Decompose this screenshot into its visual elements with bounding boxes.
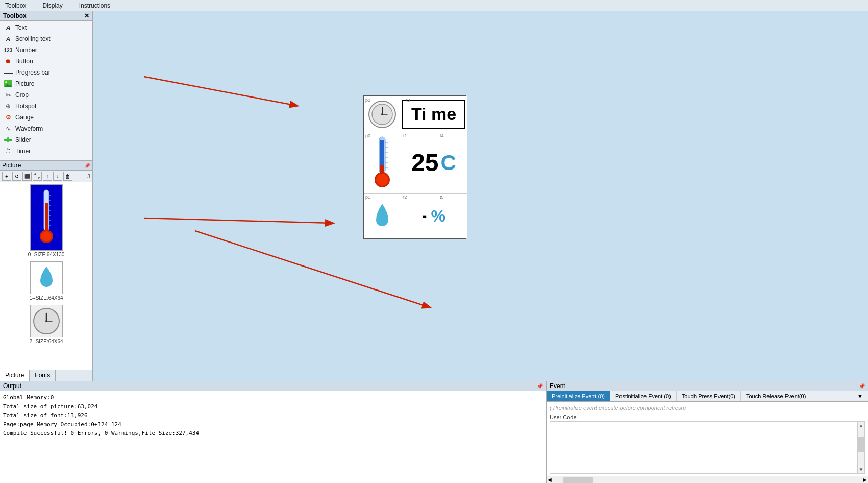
picture-panel-pin-icon[interactable]: 📌 (84, 163, 90, 168)
tool-slider[interactable]: Slider (0, 134, 92, 146)
h-scrollbar-thumb[interactable] (563, 477, 593, 483)
output-pin-icon[interactable]: 📌 (537, 383, 543, 389)
tool-number-label: Number (15, 46, 37, 54)
t4-label: t4 (440, 133, 444, 138)
tool-picture-label: Picture (15, 80, 34, 87)
picture-item-2[interactable]: 2--SIZE:64X64 (29, 305, 63, 344)
annotation-arrows (93, 11, 868, 381)
toolbox-title: Toolbox (3, 12, 27, 19)
scroll-down-arrow[interactable]: ▼ (858, 466, 865, 473)
toolbox-header: Toolbox ✕ (0, 11, 92, 21)
move-up-button[interactable]: ↑ (43, 172, 52, 181)
undo-button[interactable]: ↺ (12, 172, 21, 181)
temp-number: 25 (411, 149, 438, 177)
scroll-right-arrow[interactable]: ▶ (862, 476, 868, 483)
event-vertical-scrollbar[interactable]: ▲ ▼ (857, 422, 864, 473)
time-label: Ti me (402, 100, 465, 129)
tool-progress-bar[interactable]: ▬▬ Progress bar (0, 67, 92, 78)
event-pin-icon[interactable]: 📌 (859, 383, 865, 389)
tab-picture[interactable]: Picture (0, 370, 30, 381)
svg-point-40 (376, 174, 388, 186)
svg-point-20 (41, 231, 52, 242)
event-horizontal-scrollbar[interactable]: ◀ ▶ (547, 476, 868, 483)
svg-rect-4 (7, 137, 9, 142)
crop-button[interactable] (33, 172, 42, 181)
event-code-area[interactable]: ▲ ▼ (550, 421, 865, 474)
event-header: Event 📌 (547, 381, 868, 391)
add-picture-button[interactable]: + (2, 172, 11, 181)
redo-button[interactable]: ⬛ (22, 172, 32, 181)
tool-hotspot-label: Hotspot (15, 103, 36, 110)
tab-postinit-event[interactable]: Postinitialize Event (0) (610, 391, 677, 401)
toolbox-panel: Toolbox ✕ A Text A Scrolling text 123 Nu… (0, 11, 93, 381)
tab-touch-release-event[interactable]: Touch Release Event(0) (741, 391, 811, 401)
picture-2-label: 2--SIZE:64X64 (29, 339, 63, 344)
output-panel: Output 📌 Global Memory:0 Total size of p… (0, 381, 547, 483)
picture-count: 3 (87, 173, 90, 179)
picture-panel-header: Picture 📌 (0, 161, 92, 171)
tool-timer[interactable]: ⏱ Timer (0, 146, 92, 157)
humidity-percent: % (431, 207, 445, 226)
picture-panel-title: Picture (2, 162, 21, 169)
delete-picture-button[interactable]: 🗑 (63, 172, 72, 181)
clock-widget (364, 96, 400, 132)
thermometer-widget (364, 132, 400, 193)
top-bar: Toolbox Display Instructions (0, 0, 868, 11)
picture-item-0[interactable]: 0--SIZE:64X130 (28, 184, 65, 257)
tab-fonts[interactable]: Fonts (30, 370, 56, 381)
t0-label: t0 (406, 98, 410, 103)
output-line-2: Total size of font:13,926 (3, 411, 543, 420)
tool-waveform-label: Waveform (15, 125, 43, 132)
picture-item-1[interactable]: 1--SIZE:64X64 (29, 261, 63, 301)
timer-icon: ⏱ (4, 147, 12, 155)
slider-icon (4, 136, 12, 144)
bottom-area: Output 📌 Global Memory:0 Total size of p… (0, 381, 868, 483)
tool-text[interactable]: A Text (0, 22, 92, 33)
svg-line-50 (195, 231, 430, 307)
event-title: Event (550, 382, 565, 390)
hotspot-icon: ⊕ (4, 102, 12, 110)
tool-variable[interactable]: (X) Variable (0, 157, 92, 160)
toolbox-close-icon[interactable]: ✕ (84, 12, 89, 19)
scrollbar-thumb[interactable] (858, 437, 864, 452)
t5-label: t5 (440, 195, 444, 200)
tool-hotspot[interactable]: ⊕ Hotspot (0, 101, 92, 112)
menu-instructions[interactable]: Instructions (76, 2, 113, 9)
canvas-area[interactable]: p2 t0 Ti me (93, 11, 868, 381)
number-icon: 123 (4, 46, 12, 54)
t2-label: t2 (403, 195, 407, 200)
temp-value-area: 25 C (400, 132, 467, 193)
scrolling-text-icon: A (4, 35, 12, 43)
waveform-icon: ∿ (4, 125, 12, 133)
tool-gauge[interactable]: ⚙ Gauge (0, 112, 92, 123)
scroll-left-arrow[interactable]: ◀ (547, 476, 553, 483)
menu-display[interactable]: Display (39, 2, 65, 9)
menu-toolbox[interactable]: Toolbox (2, 2, 29, 9)
output-line-0: Global Memory:0 (3, 393, 543, 402)
p1-label: p1 (365, 195, 370, 200)
output-line-3: Page:page Memory Occupied:0+124=124 (3, 420, 543, 429)
move-down-button[interactable]: ↓ (53, 172, 62, 181)
tab-preinit-event[interactable]: Preinitialize Event (0) (547, 391, 610, 401)
output-line-4: Compile Successful! 0 Errors, 0 Warnings… (3, 429, 543, 438)
tool-button[interactable]: ⏺ Button (0, 56, 92, 67)
tool-picture[interactable]: Picture (0, 78, 92, 89)
tool-progress-bar-label: Progress bar (15, 69, 51, 76)
toolbox-list: A Text A Scrolling text 123 Number ⏺ But… (0, 21, 92, 160)
event-content: ( Preinitialize event execute before com… (547, 402, 868, 476)
tool-number[interactable]: 123 Number (0, 44, 92, 56)
picture-list: 0--SIZE:64X130 1--SIZE:64X64 (0, 182, 92, 370)
tool-waveform[interactable]: ∿ Waveform (0, 123, 92, 134)
tool-crop[interactable]: ✂ Crop (0, 89, 92, 101)
scroll-up-arrow[interactable]: ▲ (858, 422, 865, 429)
picture-1-label: 1--SIZE:64X64 (29, 295, 63, 301)
humidity-dash: - (422, 208, 427, 224)
device-preview: p2 t0 Ti me (363, 95, 466, 239)
button-icon: ⏺ (4, 57, 12, 65)
event-dropdown[interactable]: ▼ (852, 391, 868, 401)
svg-rect-37 (380, 140, 384, 165)
tab-touch-press-event[interactable]: Touch Press Event(0) (677, 391, 741, 401)
tool-scrolling-text[interactable]: A Scrolling text (0, 33, 92, 44)
panel-tabs: Picture Fonts (0, 370, 92, 381)
text-icon: A (4, 23, 12, 32)
